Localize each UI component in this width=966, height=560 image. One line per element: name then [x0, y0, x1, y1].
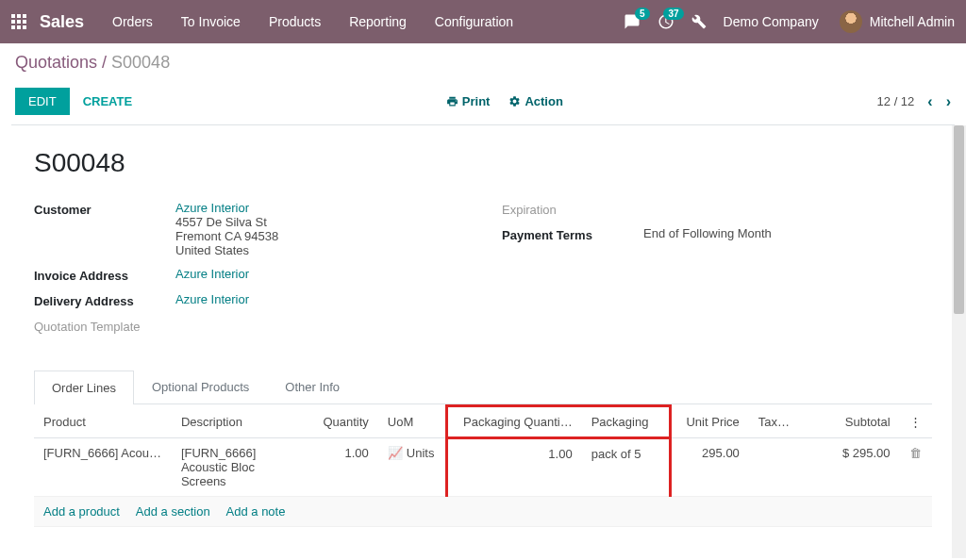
control-panel: Quotations / S00048 EDIT CREATE Print Ac… [0, 43, 966, 124]
customer-link[interactable]: Azure Interior [175, 201, 278, 215]
table-row[interactable]: [FURN_6666] Acoust… [FURN_6666] Acoustic… [34, 438, 932, 497]
activity-badge: 37 [663, 8, 683, 20]
cell-unit-price: 295.00 [670, 438, 748, 497]
customer-addr-3: United States [175, 243, 278, 257]
col-unit-price[interactable]: Unit Price [670, 406, 748, 438]
print-button[interactable]: Print [446, 94, 491, 108]
svg-rect-1 [17, 14, 21, 18]
nav-configuration[interactable]: Configuration [435, 14, 513, 29]
apps-icon[interactable] [11, 14, 26, 29]
delete-row-icon[interactable]: 🗑 [900, 438, 932, 497]
activity-icon[interactable]: 37 [658, 13, 675, 30]
col-uom[interactable]: UoM [378, 406, 447, 438]
svg-rect-5 [23, 20, 26, 24]
col-menu-icon[interactable]: ⋮ [900, 406, 932, 438]
breadcrumb-root[interactable]: Quotations [15, 53, 97, 72]
cell-uom: 📈Units [378, 438, 447, 497]
cell-pkg-qty: 1.00 [447, 438, 582, 497]
add-note-link[interactable]: Add a note [226, 504, 286, 519]
add-product-link[interactable]: Add a product [43, 504, 120, 519]
breadcrumb: Quotations / S00048 [15, 53, 951, 73]
tab-optional-products[interactable]: Optional Products [134, 370, 267, 404]
payment-terms-value: End of Following Month [643, 226, 772, 242]
col-description[interactable]: Description [172, 406, 309, 438]
col-quantity[interactable]: Quantity [309, 406, 378, 438]
invoice-address-link[interactable]: Azure Interior [175, 267, 249, 283]
user-name: Mitchell Admin [870, 14, 955, 29]
user-menu[interactable]: Mitchell Admin [840, 10, 955, 33]
delivery-address-label: Delivery Address [34, 292, 175, 308]
messages-icon[interactable]: 5 [624, 13, 641, 30]
nav-to-invoice[interactable]: To Invoice [181, 14, 241, 29]
pager-next[interactable]: › [946, 93, 951, 110]
messages-badge: 5 [635, 8, 650, 20]
scrollbar[interactable] [952, 125, 966, 558]
col-tax[interactable]: Tax… [749, 406, 801, 438]
nav-orders[interactable]: Orders [112, 14, 153, 29]
quotation-template-label: Quotation Template [34, 318, 175, 334]
customer-addr-2: Fremont CA 94538 [175, 229, 278, 243]
pager-text: 12 / 12 [877, 94, 915, 108]
customer-addr-1: 4557 De Silva St [175, 215, 278, 229]
customer-label: Customer [34, 201, 175, 257]
top-nav: Sales Orders To Invoice Products Reporti… [0, 0, 966, 43]
debug-icon[interactable] [691, 14, 707, 29]
tab-order-lines[interactable]: Order Lines [34, 371, 134, 404]
add-section-link[interactable]: Add a section [136, 504, 210, 519]
company-selector[interactable]: Demo Company [724, 14, 819, 29]
cell-pkg: pack of 5 [582, 438, 671, 497]
col-subtotal[interactable]: Subtotal [801, 406, 899, 438]
invoice-address-label: Invoice Address [34, 267, 175, 283]
create-button[interactable]: CREATE [83, 94, 132, 108]
nav-reporting[interactable]: Reporting [349, 14, 407, 29]
svg-rect-3 [11, 20, 15, 24]
delivery-address-link[interactable]: Azure Interior [175, 292, 249, 308]
chart-icon[interactable]: 📈 [388, 446, 403, 460]
col-product[interactable]: Product [34, 406, 172, 438]
edit-button[interactable]: EDIT [15, 88, 70, 115]
pager: 12 / 12 ‹ › [877, 93, 951, 110]
nav-products[interactable]: Products [269, 14, 321, 29]
svg-rect-0 [11, 14, 15, 18]
avatar [840, 10, 862, 33]
cell-quantity: 1.00 [309, 438, 378, 497]
cell-description: [FURN_6666] Acoustic Bloc Screens [172, 438, 309, 497]
form-view: S00048 Customer Azure Interior 4557 De S… [11, 124, 955, 558]
svg-rect-7 [17, 25, 21, 29]
payment-terms-label: Payment Terms [502, 226, 643, 242]
cell-product: [FURN_6666] Acoust… [34, 438, 172, 497]
cell-tax [749, 438, 801, 497]
col-packaging[interactable]: Packaging [582, 406, 671, 438]
order-lines-table: Product Description Quantity UoM Packagi… [34, 404, 932, 527]
svg-rect-2 [23, 14, 26, 18]
app-brand[interactable]: Sales [40, 12, 84, 32]
expiration-label: Expiration [502, 201, 643, 217]
cell-subtotal: $ 295.00 [801, 438, 899, 497]
pager-prev[interactable]: ‹ [927, 93, 932, 110]
record-title: S00048 [34, 148, 932, 178]
action-button[interactable]: Action [508, 94, 562, 108]
svg-rect-6 [11, 25, 15, 29]
col-packaging-qty[interactable]: Packaging Quanti… [447, 406, 582, 438]
breadcrumb-current: S00048 [111, 53, 170, 72]
scrollbar-thumb[interactable] [954, 125, 964, 314]
svg-rect-8 [23, 25, 26, 29]
tab-other-info[interactable]: Other Info [267, 370, 358, 404]
svg-rect-4 [17, 20, 21, 24]
tabs: Order Lines Optional Products Other Info [34, 370, 932, 404]
